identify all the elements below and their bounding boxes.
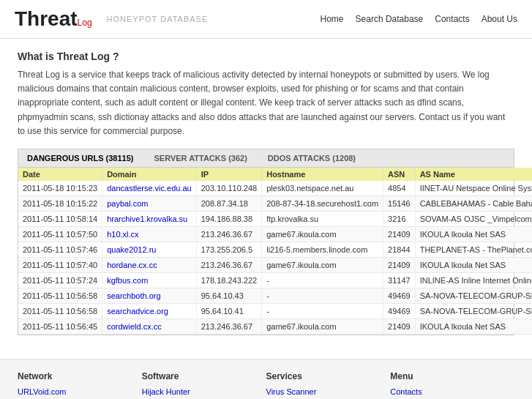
footer-col-2: ServicesVirus ScannerScan WebsitesFind P… (266, 371, 391, 399)
col-date: Date (18, 168, 102, 181)
cell-as-name: CABLEBAHAMAS - Cable Bahamas Ltd. (415, 195, 532, 211)
cell-hostname: 208-87-34-18.securehost1.com (262, 195, 383, 211)
what-is-section: What is Threat Log ? Threat Log is a ser… (18, 51, 514, 138)
nav-about[interactable]: About Us (482, 14, 517, 24)
domain-link[interactable]: searchadvice.org (107, 307, 168, 316)
what-is-body: Threat Log is a service that keeps track… (18, 68, 514, 138)
table-row: 2011-05-11 10:56:58 searchboth.org 95.64… (18, 288, 532, 303)
footer-link-2-0[interactable]: Virus Scanner (266, 387, 391, 396)
cell-domain: searchboth.org (102, 288, 197, 303)
domain-link[interactable]: cordwield.cx.cc (107, 322, 162, 331)
table-row: 2011-05-11 10:58:14 hrarchive1.krovalka.… (18, 211, 532, 226)
col-hostname: Hostname (262, 168, 383, 181)
domain-link[interactable]: dancastlerse.vic.edu.au (107, 184, 192, 193)
cell-ip: 213.246.36.67 (196, 257, 261, 272)
cell-date: 2011-05-11 10:56:45 (18, 318, 102, 334)
footer-link-0-0[interactable]: URLVoid.com (18, 387, 142, 396)
cell-hostname: - (262, 303, 383, 318)
cell-ip: 173.255.206.5 (196, 242, 261, 257)
table-header-row: Date Domain IP Hostname ASN AS Name C T (18, 168, 532, 181)
cell-asn: 49469 (383, 303, 416, 318)
cell-ip: 208.87.34.18 (196, 195, 261, 211)
cell-domain: paybal.com (102, 195, 197, 211)
cell-as-name: IKOULA Ikoula Net SAS (415, 257, 532, 272)
tab-bar: DANGEROUS URLS (38115) SERVER ATTACKS (3… (18, 149, 514, 168)
cell-ip: 203.10.110.248 (196, 181, 261, 196)
cell-asn: 21409 (383, 226, 416, 242)
cell-asn: 4854 (383, 181, 416, 196)
cell-ip: 95.64.10.41 (196, 303, 261, 318)
cell-hostname: li216-5.members.linode.com (262, 242, 383, 257)
table-row: 2011-05-18 10:15:23 dancastlerse.vic.edu… (18, 181, 532, 196)
col-asn: ASN (383, 168, 416, 181)
cell-ip: 178.18.243.222 (196, 272, 261, 288)
cell-date: 2011-05-11 10:56:58 (18, 303, 102, 318)
nav-home[interactable]: Home (321, 14, 344, 24)
cell-asn: 21409 (383, 318, 416, 334)
table-row: 2011-05-18 10:15:22 paybal.com 208.87.34… (18, 195, 532, 211)
tab-ddos-attacks[interactable]: DDOS ATTACKS (1208) (265, 152, 359, 164)
cell-hostname: plesk03.netspace.net.au (262, 181, 383, 196)
cell-date: 2011-05-18 10:15:22 (18, 195, 102, 211)
domain-link[interactable]: hrarchive1.krovalka.su (107, 215, 187, 223)
cell-asn: 21409 (383, 257, 416, 272)
table-section: DANGEROUS URLS (38115) SERVER ATTACKS (3… (18, 149, 514, 335)
domain-link[interactable]: kgfbus.com (107, 276, 148, 285)
main-content: What is Threat Log ? Threat Log is a ser… (0, 39, 532, 359)
header: ThreatLog HONEYPOT DATABASE Home Search … (0, 0, 532, 39)
nav-search-database[interactable]: Search Database (356, 14, 424, 24)
cell-domain: searchadvice.org (102, 303, 197, 318)
cell-hostname: game67.ikoula.com (262, 226, 383, 242)
cell-date: 2011-05-11 10:57:24 (18, 272, 102, 288)
table-row: 2011-05-11 10:57:24 kgfbus.com 178.18.24… (18, 272, 532, 288)
logo: ThreatLog (15, 7, 92, 31)
col-as-name: AS Name (415, 168, 532, 181)
cell-domain: hrarchive1.krovalka.su (102, 211, 197, 226)
cell-hostname: game67.ikoula.com (262, 318, 383, 334)
cell-as-name: SA-NOVA-TELECOM-GRUP-SRL Sa Nova Te... (415, 288, 532, 303)
footer: NetworkURLVoid.comNoVirusThanks.orgIPVoi… (0, 359, 532, 399)
cell-ip: 213.246.36.67 (196, 318, 261, 334)
cell-as-name: SA-NOVA-TELECOM-GRUP-SRL Sa Nova Te... (415, 303, 532, 318)
threat-table: Date Domain IP Hostname ASN AS Name C T … (18, 168, 532, 335)
cell-as-name: THEPLANET-AS - ThePlanet.com Intern... (415, 242, 532, 257)
cell-as-name: IINET-AU Netspace Online Systems (415, 181, 532, 196)
footer-heading-0: Network (18, 371, 142, 381)
cell-domain: hordane.cx.cc (102, 257, 197, 272)
footer-col-3: MenuContactsAbout UsTerms of Service (390, 371, 514, 399)
footer-heading-2: Services (266, 371, 391, 381)
footer-col-1: SoftwareHijack HunterAnti-RootkitNoVirus… (142, 371, 266, 399)
cell-date: 2011-05-11 10:57:46 (18, 242, 102, 257)
cell-date: 2011-05-11 10:58:14 (18, 211, 102, 226)
footer-link-3-0[interactable]: Contacts (390, 387, 514, 396)
cell-as-name: IKOULA Ikoula Net SAS (415, 318, 532, 334)
cell-asn: 21844 (383, 242, 416, 257)
logo-threat: Threat (15, 7, 78, 30)
cell-as-name: INLINE-AS Inline Internet Online Di... (415, 272, 532, 288)
nav-contacts[interactable]: Contacts (435, 14, 469, 24)
domain-link[interactable]: paybal.com (107, 199, 148, 208)
header-left: ThreatLog HONEYPOT DATABASE (15, 7, 208, 31)
domain-link[interactable]: quake2012.ru (107, 245, 156, 254)
cell-hostname: - (262, 288, 383, 303)
cell-asn: 3216 (383, 211, 416, 226)
logo-log: Log (78, 18, 92, 28)
cell-domain: dancastlerse.vic.edu.au (102, 181, 197, 196)
cell-asn: 49469 (383, 288, 416, 303)
cell-domain: quake2012.ru (102, 242, 197, 257)
footer-heading-1: Software (142, 371, 266, 381)
cell-date: 2011-05-11 10:56:58 (18, 288, 102, 303)
cell-date: 2011-05-18 10:15:23 (18, 181, 102, 196)
col-ip: IP (196, 168, 261, 181)
cell-ip: 95.64.10.43 (196, 288, 261, 303)
domain-link[interactable]: searchboth.org (107, 291, 160, 300)
tab-dangerous-urls[interactable]: DANGEROUS URLS (38115) (24, 152, 136, 164)
tab-server-attacks[interactable]: SERVER ATTACKS (362) (151, 152, 250, 164)
domain-link[interactable]: h10.xl.cx (107, 230, 138, 239)
domain-link[interactable]: hordane.cx.cc (107, 261, 157, 269)
cell-ip: 194.186.88.38 (196, 211, 261, 226)
honeypot-label: HONEYPOT DATABASE (107, 15, 209, 23)
cell-domain: h10.xl.cx (102, 226, 197, 242)
cell-hostname: game67.ikoula.com (262, 257, 383, 272)
footer-link-1-0[interactable]: Hijack Hunter (142, 387, 266, 396)
